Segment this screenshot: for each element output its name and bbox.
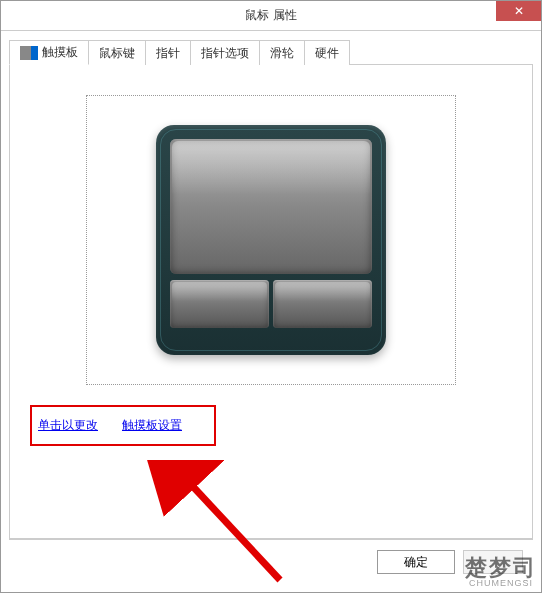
touchpad-left-button <box>170 280 269 328</box>
close-button[interactable]: ✕ <box>496 1 541 21</box>
link-gap: xx <box>98 418 122 432</box>
tab-panel-touchpad: 单击以更改xx触摸板设置 <box>9 65 533 539</box>
tab-label: 硬件 <box>315 45 339 62</box>
device-image-frame <box>86 95 456 385</box>
mouse-properties-window: 鼠标 属性 ✕ 触摸板 鼠标键 指针 指针选项 滑轮 硬件 <box>0 0 542 593</box>
touchpad-illustration <box>156 125 386 355</box>
tab-mousekeys[interactable]: 鼠标键 <box>88 40 146 65</box>
settings-link-highlight: 单击以更改xx触摸板设置 <box>30 405 216 446</box>
link-text-part2: 触摸板设置 <box>122 418 182 432</box>
tab-label: 触摸板 <box>42 44 78 61</box>
tab-strip: 触摸板 鼠标键 指针 指针选项 滑轮 硬件 <box>9 39 533 65</box>
touchpad-surface <box>170 139 372 274</box>
tab-label: 鼠标键 <box>99 45 135 62</box>
tab-pointer[interactable]: 指针 <box>145 40 191 65</box>
titlebar: 鼠标 属性 ✕ <box>1 1 541 31</box>
tab-touchpad[interactable]: 触摸板 <box>9 40 89 65</box>
tab-label: 指针 <box>156 45 180 62</box>
tab-label: 指针选项 <box>201 45 249 62</box>
touchpad-tab-icon <box>20 46 38 60</box>
tab-wheel[interactable]: 滑轮 <box>259 40 305 65</box>
touchpad-right-button <box>273 280 372 328</box>
secondary-button-partial[interactable] <box>463 550 523 574</box>
link-text-part1: 单击以更改 <box>38 418 98 432</box>
tab-pointer-options[interactable]: 指针选项 <box>190 40 260 65</box>
touchpad-buttons <box>170 280 372 328</box>
ok-button[interactable]: 确定 <box>377 550 455 574</box>
tab-hardware[interactable]: 硬件 <box>304 40 350 65</box>
dialog-buttons: 确定 <box>9 539 533 584</box>
window-title: 鼠标 属性 <box>1 7 541 24</box>
touchpad-settings-link[interactable]: 单击以更改xx触摸板设置 <box>38 418 182 432</box>
tab-label: 滑轮 <box>270 45 294 62</box>
content-area: 触摸板 鼠标键 指针 指针选项 滑轮 硬件 单击以更改xx触摸板设置 <box>1 31 541 592</box>
close-icon: ✕ <box>514 4 524 18</box>
